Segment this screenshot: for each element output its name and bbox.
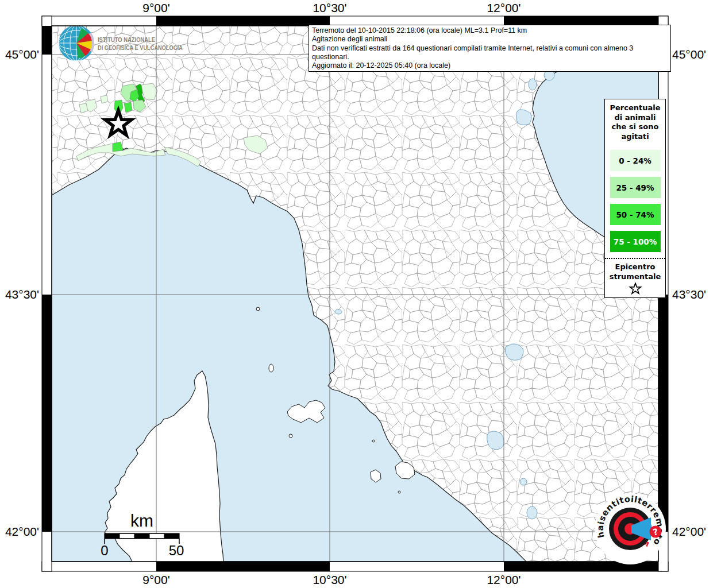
axis-left-2: 43°30' (5, 288, 39, 301)
legend-swatch-50-74: 50 - 74% (610, 204, 661, 225)
info-line-map-type: Agitazione degli animali (312, 35, 668, 44)
gorgona-island (256, 307, 260, 311)
epicenter-star-icon (629, 283, 642, 295)
axis-bottom-1: 9°00' (142, 573, 169, 586)
axis-right-2: 43°30' (672, 288, 706, 301)
map-content: km 0 50 (52, 25, 658, 563)
axis-right-3: 42°00' (672, 525, 706, 538)
pianosa-island (289, 434, 292, 438)
axis-bottom-3: 12°00' (487, 573, 520, 586)
scale-start-label: 0 (101, 543, 108, 558)
islet (372, 440, 375, 442)
map-page: km 0 50 (0, 0, 721, 588)
ingv-logo-line2: DI GEOFISICA E VULCANOLOGIA (98, 44, 183, 51)
info-line-event: Terremoto del 10-10-2015 22:18:06 (ora l… (312, 26, 668, 35)
islet (398, 491, 400, 493)
ingv-logo-line1: ISTITUTO NAZIONALE (98, 36, 155, 43)
axis-right-1: 45°00' (672, 48, 706, 61)
axis-bottom-2: 10°30' (313, 573, 346, 586)
axis-top-1: 9°00' (142, 1, 169, 14)
site-logo-text-tld: .it (0, 0, 2, 2)
capraia-island (269, 364, 273, 372)
axis-top-2: 10°30' (313, 1, 346, 14)
scale-end-label: 50 (169, 543, 184, 558)
legend-swatch-25-49: 25 - 49% (610, 177, 661, 198)
info-line-updated: Aggiornato il: 20-12-2025 05:40 (ora loc… (312, 61, 668, 70)
earthquake-info-box: Terremoto del 10-10-2015 22:18:06 (ora l… (309, 25, 671, 72)
scale-unit-label: km (130, 511, 153, 530)
legend-panel: Percentuale di animali che si sono agita… (604, 99, 666, 298)
legend-swatch-0-24: 0 - 24% (610, 150, 661, 171)
axis-top-3: 12°00' (487, 1, 520, 14)
legend-epicenter-label: Epicentro strumentale (605, 262, 665, 281)
legend-title: Percentuale di animali che si sono agita… (606, 103, 664, 141)
axis-left-1: 45°00' (5, 48, 39, 61)
info-line-data-note: Dati non verificati estratti da 164 ques… (312, 44, 668, 62)
legend-swatch-75-100: 75 - 100% (610, 231, 661, 252)
legend-separator (605, 258, 665, 259)
axis-left-3: 42°00' (5, 525, 39, 538)
